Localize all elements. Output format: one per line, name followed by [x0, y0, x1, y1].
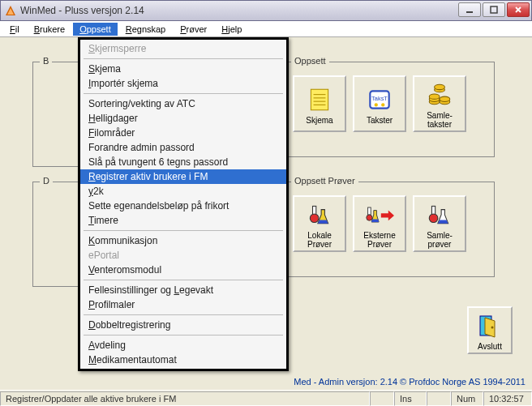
doc-icon	[305, 85, 334, 114]
group-prover-legend: Oppsett Prøver	[291, 176, 358, 186]
samletakster-button-label: Samle-takster	[427, 111, 453, 129]
svg-point-22	[367, 215, 372, 220]
lokale-prover-button-label: LokalePrøver	[307, 231, 332, 249]
avslutt-label: Avslutt	[478, 342, 502, 351]
maximize-button[interactable]	[483, 2, 505, 17]
takster-button-label: Takster	[367, 116, 393, 125]
statusbar: Registrer/Oppdater alle aktive brukere i…	[0, 390, 532, 406]
eksterne-prover-button-label: EksternePrøver	[363, 231, 395, 249]
group-oppsett-legend: Oppsett	[291, 56, 329, 66]
menu-oppsett[interactable]: Oppsett	[73, 23, 118, 36]
menuitem-forandre-admin-passord[interactable]: Forandre admin passord	[80, 140, 286, 155]
app-icon	[4, 4, 17, 17]
menuitem-fellesinstillinger-og-legevakt[interactable]: Fellesinstillinger og Legevakt	[80, 283, 286, 297]
svg-rect-0	[466, 11, 473, 13]
group-prover: Oppsett Prøver LokalePrøverEksternePrøve…	[284, 182, 495, 277]
menu-separator	[84, 335, 283, 335]
menuitem-timere[interactable]: Timere	[80, 213, 286, 228]
status-empty2	[427, 391, 451, 406]
svg-point-13	[429, 94, 440, 99]
status-num: Num	[451, 391, 483, 406]
menuitem-import-r-skjema[interactable]: Importér skjema	[80, 76, 286, 91]
svg-point-24	[429, 214, 438, 223]
menuitem-y2k[interactable]: y2k	[80, 184, 286, 199]
menuitem-sl-p-tvungent-6-tegns-passord[interactable]: Slå på tvungent 6 tegns passord	[80, 155, 286, 169]
samleprover-button[interactable]: Samle-prøver	[413, 195, 466, 252]
menuitem-sortering-vekting-av-atc[interactable]: Sortering/vekting av ATC	[80, 96, 286, 111]
samleprover-button-label: Samle-prøver	[427, 231, 453, 249]
status-time: 10:32:57	[483, 391, 532, 406]
menuitem-dobbeltregistrering[interactable]: Dobbeltregistrering	[80, 318, 286, 332]
titlebar: WinMed - Pluss versjon 2.14	[0, 0, 532, 21]
menu-brukere[interactable]: Brukere	[28, 23, 72, 36]
svg-point-15	[440, 96, 450, 101]
flask1-icon	[305, 200, 334, 229]
minimize-button[interactable]	[458, 2, 481, 17]
menuitem-skjema[interactable]: Skjema	[80, 62, 286, 76]
group-d-legend: D	[40, 176, 53, 186]
coins-icon	[425, 80, 454, 109]
menu-separator	[84, 93, 283, 94]
menuitem-helligdager[interactable]: Helligdager	[80, 111, 286, 126]
status-empty1	[370, 391, 394, 406]
menuitem-eportal: ePortal	[80, 248, 286, 263]
lokale-prover-button[interactable]: LokalePrøver	[293, 195, 346, 252]
menu-separator	[84, 230, 283, 231]
menuitem-sette-egenandelsbel-p-p-frikort[interactable]: Sette egenandelsbeløp på frikort	[80, 199, 286, 213]
samletakster-button[interactable]: Samle-takster	[413, 75, 466, 132]
svg-rect-1	[491, 6, 497, 13]
exit-icon	[475, 311, 504, 340]
eksterne-prover-button[interactable]: EksternePrøver	[353, 195, 406, 252]
takster-button[interactable]: TaksTTakster	[353, 75, 406, 132]
window-buttons	[458, 2, 530, 17]
menuitem-medikamentautomat[interactable]: Medikamentautomat	[80, 353, 286, 367]
svg-point-10	[381, 103, 384, 106]
close-button[interactable]	[507, 2, 530, 17]
menu-regnskap[interactable]: Regnskap	[119, 23, 173, 36]
menu-hjelp[interactable]: Hjelp	[215, 23, 248, 36]
menu-separator	[84, 314, 283, 315]
menu-separator	[84, 280, 283, 280]
group-oppsett: Oppsett SkjemaTaksTTaksterSamle-takster	[284, 62, 495, 157]
svg-rect-2	[311, 89, 328, 110]
menu-separator	[84, 58, 283, 59]
menu-prøver[interactable]: Prøver	[174, 23, 213, 36]
footer-info: Med - Admin versjon: 2.14 © Profdoc Norg…	[294, 377, 526, 387]
menuitem-registrer-aktiv-brukere-i-fm[interactable]: Registrer aktiv brukere i FM	[80, 169, 286, 184]
svg-point-9	[375, 103, 378, 106]
menuitem-avdeling[interactable]: Avdeling	[80, 338, 286, 353]
flask-arrow-icon	[365, 200, 394, 229]
status-ins: Ins	[394, 391, 427, 406]
svg-rect-21	[368, 207, 371, 215]
flask2-icon	[425, 200, 454, 229]
takst-icon: TaksT	[365, 85, 394, 114]
menu-fil[interactable]: Fil	[3, 23, 26, 36]
menuitem-venteromsmodul[interactable]: Venteromsmodul	[80, 263, 286, 277]
menuitem-profilmaler[interactable]: Profilmaler	[80, 297, 286, 312]
skjema-button[interactable]: Skjema	[293, 75, 346, 132]
menuitem-kommunikasjon[interactable]: Kommunikasjon	[80, 233, 286, 248]
menuitem-skjermsperre: Skjermsperre	[80, 41, 286, 56]
window-title: WinMed - Pluss versjon 2.14	[20, 5, 144, 16]
menubar: FilBrukereOppsettRegnskapPrøverHjelp	[0, 21, 532, 37]
svg-point-26	[491, 327, 494, 329]
oppsett-dropdown: SkjermsperreSkjemaImportér skjemaSorteri…	[78, 37, 289, 371]
skjema-button-label: Skjema	[306, 116, 332, 125]
svg-text:TaksT: TaksT	[371, 95, 388, 102]
svg-point-17	[435, 84, 445, 89]
status-message: Registrer/Oppdater alle aktive brukere i…	[0, 391, 370, 406]
svg-point-19	[310, 214, 319, 223]
menuitem-filomr-der[interactable]: Filområder	[80, 126, 286, 140]
group-b-legend: B	[40, 56, 52, 66]
avslutt-button[interactable]: Avslutt	[467, 306, 513, 354]
